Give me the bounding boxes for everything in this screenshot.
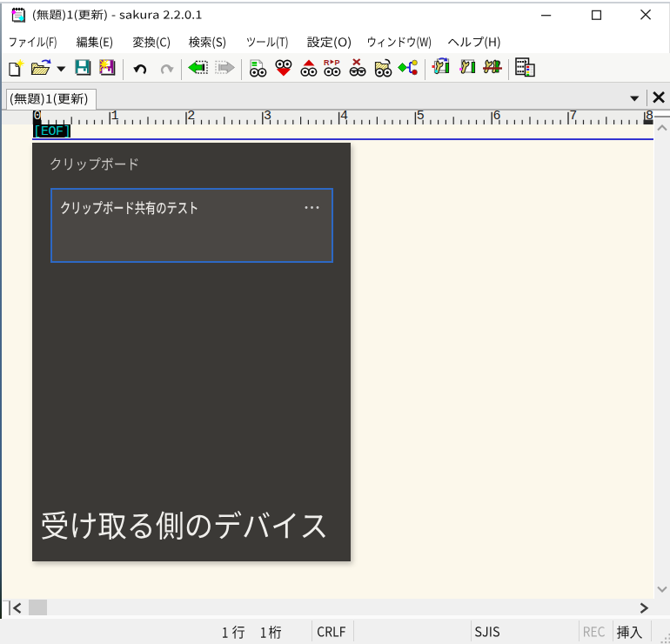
svg-text:R: R xyxy=(324,58,330,67)
svg-text:P: P xyxy=(334,58,339,67)
